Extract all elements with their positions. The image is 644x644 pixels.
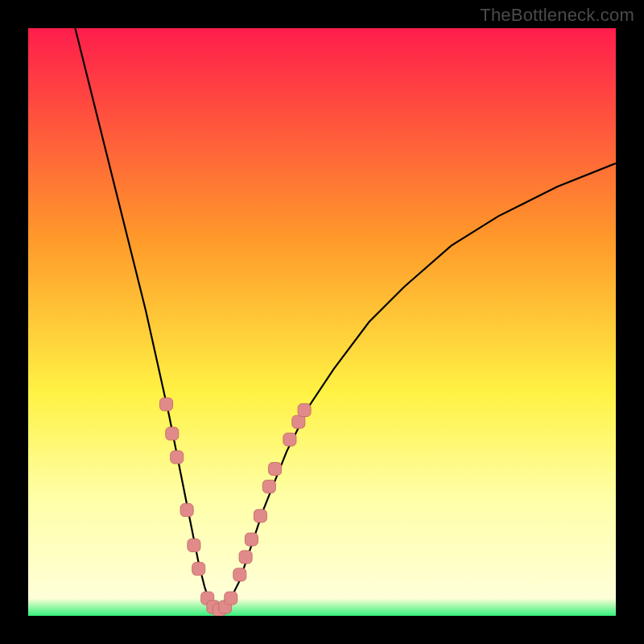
curve-marker — [239, 551, 252, 564]
curve-markers — [160, 398, 312, 616]
bottleneck-curve — [75, 28, 616, 610]
curve-marker — [254, 510, 266, 522]
curve-marker — [262, 480, 275, 493]
curve-marker — [283, 433, 296, 446]
curve-marker — [269, 463, 282, 476]
curve-marker — [192, 563, 205, 576]
curve-marker — [180, 504, 193, 517]
curve-marker — [166, 427, 179, 440]
curve-marker — [245, 533, 258, 546]
curve-marker — [225, 592, 237, 605]
watermark-text: TheBottleneck.com — [480, 5, 634, 26]
curve-layer — [28, 28, 616, 616]
curve-marker — [160, 398, 173, 411]
curve-marker — [292, 415, 305, 428]
plot-area — [28, 28, 616, 616]
chart-stage: TheBottleneck.com — [0, 0, 644, 644]
curve-marker — [188, 539, 200, 551]
curve-marker — [171, 451, 184, 464]
curve-marker — [298, 404, 311, 417]
curve-marker — [233, 568, 246, 581]
